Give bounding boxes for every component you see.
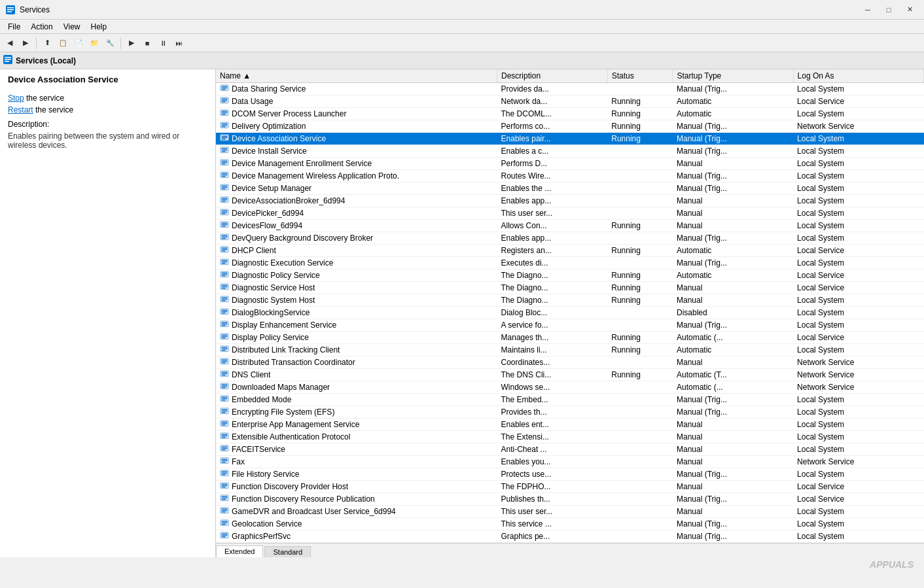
menu-view[interactable]: View — [58, 21, 86, 33]
tab-extended[interactable]: Extended — [216, 545, 263, 557]
table-row[interactable]: Display Enhancement Service A service fo… — [216, 319, 924, 332]
svg-rect-11 — [222, 89, 226, 90]
service-icon — [220, 184, 229, 193]
services-table-scroll[interactable]: Name ▲ Description Status Startup Type L… — [216, 69, 924, 543]
table-row[interactable]: DeviceAssociationBroker_6d994 Enables ap… — [216, 195, 924, 207]
svg-rect-114 — [222, 411, 228, 411]
toolbar-show4[interactable]: 🔧 — [103, 36, 117, 50]
table-row[interactable]: Device Setup Manager Enables the ... Man… — [216, 182, 924, 195]
header-name[interactable]: Name ▲ — [216, 69, 497, 83]
table-row[interactable]: Device Install Service Enables a c... Ma… — [216, 145, 924, 158]
cell-logon: Local System — [793, 170, 923, 182]
toolbar-stop[interactable]: ■ — [140, 36, 154, 50]
menu-file[interactable]: File — [3, 21, 26, 33]
cell-startup: Manual — [673, 207, 793, 220]
maximize-button[interactable]: □ — [880, 3, 898, 16]
toolbar-back[interactable]: ◀ — [3, 36, 17, 50]
stop-link[interactable]: Stop — [8, 94, 24, 103]
table-row[interactable]: Distributed Transaction Coordinator Coor… — [216, 356, 924, 369]
table-row[interactable]: File History Service Protects use... Man… — [216, 468, 924, 481]
table-row[interactable]: FACEITService Anti-Cheat ... Manual Loca… — [216, 443, 924, 456]
service-name: Device Association Service — [232, 134, 326, 143]
cell-name: Diagnostic Execution Service — [216, 257, 399, 269]
close-button[interactable]: ✕ — [900, 3, 919, 16]
header-description[interactable]: Description — [497, 69, 608, 83]
toolbar-play[interactable]: ▶ — [124, 36, 139, 50]
table-row[interactable]: Function Discovery Resource Publication … — [216, 493, 924, 506]
svg-rect-69 — [222, 273, 228, 273]
table-row[interactable]: Data Sharing Service Provides da... Manu… — [216, 83, 924, 95]
cell-logon: Local System — [793, 431, 923, 443]
cell-status: Running — [607, 282, 673, 294]
header-logon[interactable]: Log On As — [793, 69, 923, 83]
service-icon — [220, 457, 229, 466]
toolbar-show3[interactable]: 📁 — [87, 36, 101, 50]
table-row[interactable]: Data Usage Network da... Running Automat… — [216, 95, 924, 108]
title-bar-controls: ─ □ ✕ — [859, 3, 919, 16]
table-row[interactable]: Function Discovery Provider Host The FDP… — [216, 481, 924, 493]
svg-rect-7 — [5, 61, 9, 62]
table-row[interactable]: Display Policy Service Manages th... Run… — [216, 332, 924, 344]
table-row[interactable]: Enterprise App Management Service Enable… — [216, 419, 924, 431]
svg-rect-13 — [222, 99, 228, 99]
toolbar-forward[interactable]: ▶ — [18, 36, 33, 50]
service-name: DeviceAssociationBroker_6d994 — [232, 196, 345, 205]
service-icon — [220, 134, 229, 143]
toolbar-restart[interactable]: ⏭ — [171, 36, 186, 50]
right-panel: Name ▲ Description Status Startup Type L… — [216, 69, 924, 557]
table-row[interactable]: Delivery Optimization Performs co... Run… — [216, 120, 924, 133]
cell-logon: Local System — [793, 220, 923, 232]
svg-rect-107 — [222, 387, 226, 388]
cell-logon: Local Service — [793, 481, 923, 493]
cell-startup: Automatic — [673, 95, 793, 108]
svg-rect-134 — [222, 473, 228, 474]
toolbar-pause[interactable]: ⏸ — [156, 36, 170, 50]
cell-startup: Manual (Trig... — [673, 182, 793, 195]
svg-rect-138 — [222, 485, 228, 486]
menu-action[interactable]: Action — [26, 21, 58, 33]
svg-rect-143 — [222, 499, 226, 500]
table-row[interactable]: GameDVR and Broadcast User Service_6d994… — [216, 506, 924, 518]
cell-status — [607, 530, 673, 543]
table-row[interactable]: Diagnostic Execution Service Executes di… — [216, 257, 924, 269]
service-icon — [220, 333, 229, 342]
toolbar-show2[interactable]: 📄 — [71, 36, 86, 50]
service-name: GraphicsPerfSvc — [232, 532, 291, 541]
table-row[interactable]: DialogBlockingService Dialog Bloc... Dis… — [216, 307, 924, 319]
table-row[interactable]: Diagnostic Policy Service The Diagno... … — [216, 269, 924, 282]
table-row[interactable]: GraphicsPerfSvc Graphics pe... Manual (T… — [216, 530, 924, 543]
toolbar-show[interactable]: 📋 — [56, 36, 70, 50]
cell-description: The Diagno... — [497, 282, 608, 294]
table-row[interactable]: Downloaded Maps Manager Windows se... Au… — [216, 381, 924, 394]
table-row[interactable]: DevicePicker_6d994 This user ser... Manu… — [216, 207, 924, 220]
table-row[interactable]: Encrypting File System (EFS) Provides th… — [216, 406, 924, 419]
table-row[interactable]: DevicesFlow_6d994 Allows Con... Running … — [216, 220, 924, 232]
menu-help[interactable]: Help — [86, 21, 113, 33]
table-row[interactable]: Geolocation Service This service ... Man… — [216, 518, 924, 530]
table-row[interactable]: Embedded Mode The Embed... Manual (Trig.… — [216, 394, 924, 406]
svg-rect-18 — [222, 112, 228, 113]
table-row[interactable]: DHCP Client Registers an... Running Auto… — [216, 245, 924, 257]
header-status[interactable]: Status — [607, 69, 673, 83]
table-row[interactable]: Device Management Wireless Application P… — [216, 170, 924, 182]
cell-status — [607, 406, 673, 419]
header-startup[interactable]: Startup Type — [673, 69, 793, 83]
table-row[interactable]: Distributed Link Tracking Client Maintai… — [216, 344, 924, 356]
table-row[interactable]: Diagnostic System Host The Diagno... Run… — [216, 294, 924, 307]
restart-link[interactable]: Restart — [8, 105, 33, 114]
service-icon — [220, 97, 229, 106]
table-row[interactable]: Device Management Enrollment Service Per… — [216, 158, 924, 170]
table-row[interactable]: Diagnostic Service Host The Diagno... Ru… — [216, 282, 924, 294]
cell-name: DNS Client — [216, 369, 399, 381]
table-row[interactable]: Fax Enables you... Manual Network Servic… — [216, 456, 924, 468]
table-row[interactable]: Device Association Service Enables pair.… — [216, 133, 924, 145]
table-row[interactable]: DNS Client The DNS Cli... Running Automa… — [216, 369, 924, 381]
table-row[interactable]: Extensible Authentication Protocol The E… — [216, 431, 924, 443]
svg-rect-67 — [222, 263, 226, 264]
cell-startup: Manual (Trig... — [673, 145, 793, 158]
table-row[interactable]: DevQuery Background Discovery Broker Ena… — [216, 232, 924, 245]
minimize-button[interactable]: ─ — [859, 3, 877, 16]
table-row[interactable]: DCOM Server Process Launcher The DCOML..… — [216, 108, 924, 120]
tab-standard[interactable]: Standard — [264, 546, 311, 557]
toolbar-up[interactable]: ⬆ — [40, 36, 54, 50]
